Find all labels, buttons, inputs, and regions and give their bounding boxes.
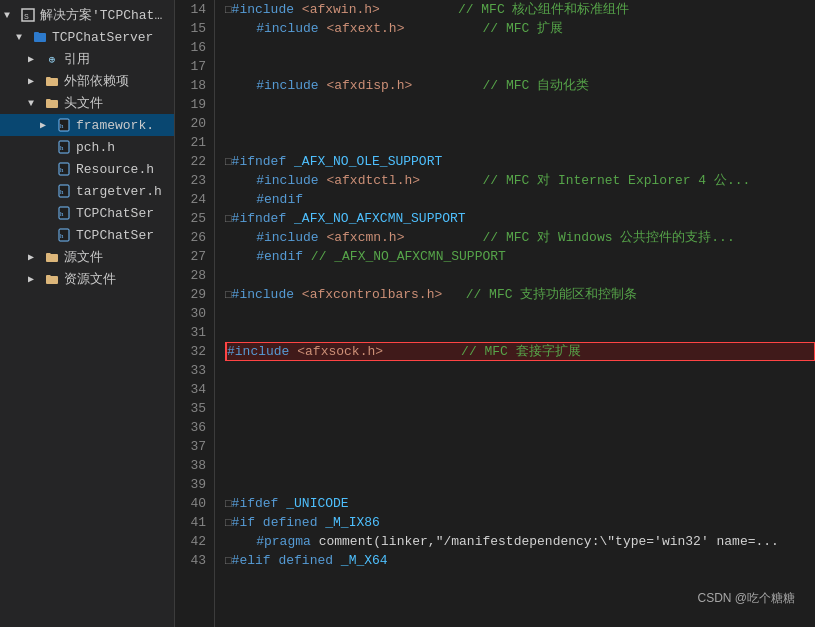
code-line — [225, 95, 815, 114]
svg-text:h: h — [60, 144, 64, 152]
sidebar-item-label: TCPChatServer — [52, 30, 170, 45]
code-content: □#include <afxwin.h> // MFC 核心组件和标准组件 #i… — [215, 0, 815, 627]
watermark: CSDN @吃个糖糖 — [697, 590, 795, 607]
line-number: 38 — [175, 456, 206, 475]
code-line: #endif // _AFX_NO_AFXCMN_SUPPORT — [225, 247, 815, 266]
svg-text:h: h — [60, 188, 64, 196]
tree-arrow-solution — [4, 10, 20, 21]
code-line: #include <afxext.h> // MFC 扩展 — [225, 19, 815, 38]
sidebar-item-ref[interactable]: ⊕引用 — [0, 48, 174, 70]
sidebar-item-label: TCPChatSer — [76, 228, 170, 243]
code-line — [225, 57, 815, 76]
code-line — [225, 38, 815, 57]
code-line: #include <afxsock.h> // MFC 套接字扩展 — [225, 342, 815, 361]
line-number: 39 — [175, 475, 206, 494]
sidebar: S解决方案'TCPChatSerTCPChatServer⊕引用外部依赖项头文件… — [0, 0, 175, 627]
line-number: 27 — [175, 247, 206, 266]
tree-arrow-headers — [28, 98, 44, 109]
svg-text:h: h — [60, 232, 64, 240]
tree-arrow-sources — [28, 251, 44, 263]
folder-icon — [44, 271, 60, 287]
sidebar-item-label: 外部依赖项 — [64, 72, 170, 90]
sidebar-item-label: Resource.h — [76, 162, 170, 177]
code-line — [225, 266, 815, 285]
code-line: #pragma comment(linker,"/manifestdepende… — [225, 532, 815, 551]
sidebar-item-label: 引用 — [64, 50, 170, 68]
line-number: 34 — [175, 380, 206, 399]
line-number: 32 — [175, 342, 206, 361]
code-line: □#ifndef _AFX_NO_OLE_SUPPORT — [225, 152, 815, 171]
sidebar-item-tcpchatser1[interactable]: hTCPChatSer — [0, 202, 174, 224]
sidebar-item-resource[interactable]: hResource.h — [0, 158, 174, 180]
line-number: 26 — [175, 228, 206, 247]
code-line — [225, 475, 815, 494]
svg-rect-3 — [34, 32, 39, 35]
line-number: 14 — [175, 0, 206, 19]
project-icon — [32, 29, 48, 45]
line-number: 29 — [175, 285, 206, 304]
tree-arrow-resources — [28, 273, 44, 285]
line-number: 33 — [175, 361, 206, 380]
line-number: 42 — [175, 532, 206, 551]
line-number: 20 — [175, 114, 206, 133]
svg-text:h: h — [60, 166, 64, 174]
sidebar-item-label: TCPChatSer — [76, 206, 170, 221]
line-number: 30 — [175, 304, 206, 323]
h-icon: h — [56, 117, 72, 133]
line-number: 24 — [175, 190, 206, 209]
folder-icon — [44, 249, 60, 265]
code-line — [225, 456, 815, 475]
code-line — [225, 399, 815, 418]
code-line: □#ifndef _AFX_NO_AFXCMN_SUPPORT — [225, 209, 815, 228]
code-line — [225, 437, 815, 456]
h-icon: h — [56, 161, 72, 177]
code-line — [225, 114, 815, 133]
sidebar-item-label: pch.h — [76, 140, 170, 155]
line-number: 25 — [175, 209, 206, 228]
folder-icon — [44, 73, 60, 89]
h-icon: h — [56, 227, 72, 243]
code-line: #include <afxdisp.h> // MFC 自动化类 — [225, 76, 815, 95]
sidebar-item-pch[interactable]: hpch.h — [0, 136, 174, 158]
sidebar-item-tcpchatser2[interactable]: hTCPChatSer — [0, 224, 174, 246]
line-number: 41 — [175, 513, 206, 532]
sidebar-item-sources[interactable]: 源文件 — [0, 246, 174, 268]
sidebar-item-targetver[interactable]: htargetver.h — [0, 180, 174, 202]
line-number: 15 — [175, 19, 206, 38]
line-number: 23 — [175, 171, 206, 190]
sidebar-item-resources[interactable]: 资源文件 — [0, 268, 174, 290]
line-number: 22 — [175, 152, 206, 171]
sidebar-item-extdeps[interactable]: 外部依赖项 — [0, 70, 174, 92]
tree-arrow-ref — [28, 53, 44, 65]
code-line: □#if defined _M_IX86 — [225, 513, 815, 532]
sidebar-item-label: 源文件 — [64, 248, 170, 266]
line-number: 40 — [175, 494, 206, 513]
line-number: 16 — [175, 38, 206, 57]
svg-text:h: h — [60, 210, 64, 218]
sidebar-item-framework[interactable]: hframework. — [0, 114, 174, 136]
sidebar-item-headers[interactable]: 头文件 — [0, 92, 174, 114]
code-line — [225, 380, 815, 399]
line-numbers: 1415161718192021222324252627282930313233… — [175, 0, 215, 627]
code-line: □#elif defined _M_X64 — [225, 551, 815, 570]
code-line — [225, 361, 815, 380]
tree-arrow-extdeps — [28, 75, 44, 87]
code-line: #include <afxdtctl.h> // MFC 对 Internet … — [225, 171, 815, 190]
line-number: 19 — [175, 95, 206, 114]
line-number: 28 — [175, 266, 206, 285]
h-icon: h — [56, 183, 72, 199]
sidebar-item-solution[interactable]: S解决方案'TCPChatSer — [0, 4, 174, 26]
code-line — [225, 323, 815, 342]
code-area: 1415161718192021222324252627282930313233… — [175, 0, 815, 627]
sidebar-item-label: 解决方案'TCPChatSer — [40, 6, 170, 24]
line-number: 21 — [175, 133, 206, 152]
sidebar-item-tcpchatserver[interactable]: TCPChatServer — [0, 26, 174, 48]
tree-arrow-tcpchatserver — [16, 32, 32, 43]
line-number: 17 — [175, 57, 206, 76]
svg-text:S: S — [24, 12, 29, 21]
code-line: □#include <afxwin.h> // MFC 核心组件和标准组件 — [225, 0, 815, 19]
line-number: 37 — [175, 437, 206, 456]
sidebar-item-label: 资源文件 — [64, 270, 170, 288]
solution-icon: S — [20, 7, 36, 23]
line-number: 35 — [175, 399, 206, 418]
